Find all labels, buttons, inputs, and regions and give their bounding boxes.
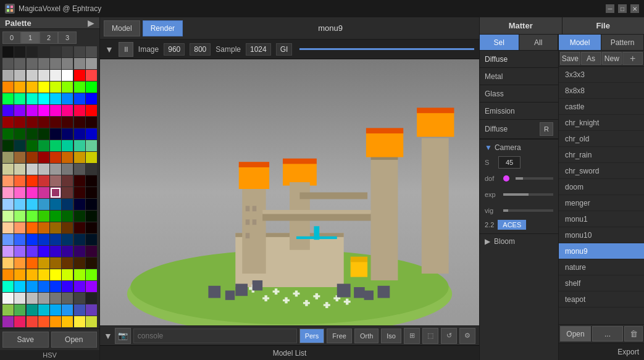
iso-view-button[interactable]: Iso — [381, 329, 401, 343]
render-width[interactable]: 960 — [164, 43, 185, 56]
color-cell-49[interactable] — [14, 117, 25, 128]
pattern-file-tab[interactable]: Pattern — [601, 35, 644, 50]
color-cell-153[interactable] — [14, 269, 25, 280]
color-cell-183[interactable] — [86, 304, 97, 316]
color-cell-184[interactable] — [2, 316, 14, 327]
color-cell-189[interactable] — [62, 316, 73, 327]
color-cell-142[interactable] — [74, 246, 85, 257]
color-cell-140[interactable] — [50, 246, 61, 257]
color-cell-0[interactable] — [2, 46, 14, 57]
free-view-button[interactable]: Free — [327, 329, 352, 343]
color-cell-155[interactable] — [38, 269, 49, 280]
color-cell-144[interactable] — [2, 257, 14, 269]
color-cell-8[interactable] — [2, 58, 14, 69]
color-cell-101[interactable] — [62, 187, 73, 198]
model-file-tab[interactable]: Model — [559, 35, 601, 50]
color-cell-94[interactable] — [74, 175, 85, 186]
color-cell-100[interactable] — [50, 187, 61, 198]
color-cell-146[interactable] — [27, 257, 38, 269]
color-cell-127[interactable] — [86, 222, 97, 233]
color-cell-90[interactable] — [27, 175, 38, 186]
color-cell-96[interactable] — [2, 187, 14, 198]
color-cell-36[interactable] — [50, 93, 61, 104]
color-cell-108[interactable] — [50, 199, 61, 210]
color-cell-30[interactable] — [74, 82, 85, 93]
color-cell-13[interactable] — [62, 58, 73, 69]
color-cell-51[interactable] — [38, 117, 49, 128]
viewport[interactable] — [100, 59, 479, 325]
sample-value[interactable]: 1024 — [246, 43, 271, 56]
color-cell-35[interactable] — [38, 93, 49, 104]
color-cell-63[interactable] — [86, 128, 97, 140]
color-cell-67[interactable] — [38, 140, 49, 151]
color-cell-17[interactable] — [14, 70, 25, 81]
color-cell-191[interactable] — [86, 316, 97, 327]
color-cell-16[interactable] — [2, 70, 14, 81]
color-cell-176[interactable] — [2, 304, 14, 316]
color-cell-92[interactable] — [50, 175, 61, 186]
palette-open-button[interactable]: Open — [51, 332, 98, 348]
file-item-monu9[interactable]: monu9 — [559, 243, 644, 259]
console-input[interactable] — [133, 329, 297, 343]
file-item-monu10[interactable]: monu10 — [559, 227, 644, 243]
glass-prop[interactable]: Glass — [480, 85, 558, 103]
color-cell-162[interactable] — [27, 281, 38, 292]
color-cell-3[interactable] — [38, 46, 49, 57]
color-cell-64[interactable] — [2, 140, 14, 151]
pers-view-button[interactable]: Pers — [299, 329, 325, 343]
file-item-menger[interactable]: menger — [559, 195, 644, 211]
color-cell-11[interactable] — [38, 58, 49, 69]
color-cell-10[interactable] — [27, 58, 38, 69]
color-cell-91[interactable] — [38, 175, 49, 186]
color-cell-46[interactable] — [74, 105, 85, 116]
all-button[interactable]: All — [519, 35, 559, 50]
color-cell-98[interactable] — [27, 187, 38, 198]
color-cell-165[interactable] — [62, 281, 73, 292]
color-cell-27[interactable] — [38, 82, 49, 93]
color-cell-12[interactable] — [50, 58, 61, 69]
color-cell-117[interactable] — [62, 211, 73, 222]
color-cell-14[interactable] — [74, 58, 85, 69]
grid-icon-button[interactable]: ⊞ — [404, 328, 420, 344]
color-cell-148[interactable] — [50, 257, 61, 269]
render-tab[interactable]: Render — [143, 20, 183, 36]
color-cell-158[interactable] — [74, 269, 85, 280]
pause-button[interactable]: ⏸ — [119, 42, 133, 57]
file-item-castle[interactable]: castle — [559, 99, 644, 115]
color-cell-113[interactable] — [14, 211, 25, 222]
color-cell-39[interactable] — [86, 93, 97, 104]
gi-label[interactable]: GI — [276, 43, 293, 56]
file-dots-button[interactable]: ... — [592, 326, 623, 341]
color-cell-82[interactable] — [27, 164, 38, 175]
color-cell-73[interactable] — [14, 152, 25, 163]
color-cell-23[interactable] — [86, 70, 97, 81]
metal-prop[interactable]: Metal — [480, 68, 558, 85]
color-cell-71[interactable] — [86, 140, 97, 151]
color-cell-34[interactable] — [27, 93, 38, 104]
color-cell-186[interactable] — [27, 316, 38, 327]
color-cell-31[interactable] — [86, 82, 97, 93]
color-cell-137[interactable] — [14, 246, 25, 257]
color-cell-81[interactable] — [14, 164, 25, 175]
file-item-chr_old[interactable]: chr_old — [559, 131, 644, 147]
color-cell-114[interactable] — [27, 211, 38, 222]
color-cell-86[interactable] — [74, 164, 85, 175]
rotate-button[interactable]: ↺ — [441, 328, 457, 344]
color-cell-56[interactable] — [2, 128, 14, 140]
color-cell-135[interactable] — [86, 234, 97, 245]
color-cell-145[interactable] — [14, 257, 25, 269]
color-cell-69[interactable] — [62, 140, 73, 151]
emission-prop[interactable]: Emission — [480, 103, 558, 120]
color-cell-171[interactable] — [38, 293, 49, 304]
color-cell-59[interactable] — [38, 128, 49, 140]
color-cell-107[interactable] — [38, 199, 49, 210]
color-cell-60[interactable] — [50, 128, 61, 140]
color-cell-95[interactable] — [86, 175, 97, 186]
color-cell-120[interactable] — [2, 222, 14, 233]
color-cell-72[interactable] — [2, 152, 14, 163]
file-item-doom[interactable]: doom — [559, 179, 644, 195]
color-cell-43[interactable] — [38, 105, 49, 116]
exp-slider[interactable] — [503, 193, 553, 196]
color-cell-190[interactable] — [74, 316, 85, 327]
file-item-3x3x3[interactable]: 3x3x3 — [559, 67, 644, 83]
